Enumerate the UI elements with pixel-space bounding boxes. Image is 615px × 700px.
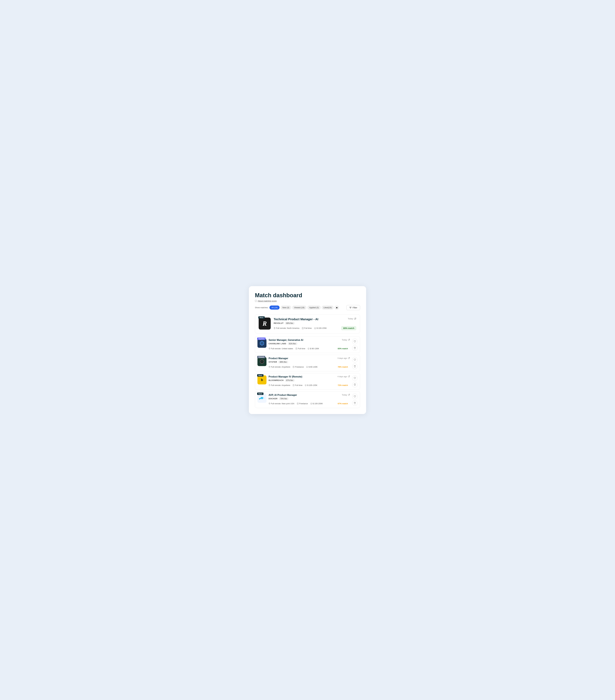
svg-text:$: $ — [315, 328, 315, 329]
loc-icon-2 — [268, 384, 270, 386]
featured-type: Full time — [302, 327, 312, 329]
job-date-1: 3 days ago — [337, 357, 350, 359]
job-title-0: Senior Manager, Generative AI — [268, 339, 303, 341]
like-button-1[interactable] — [352, 357, 357, 362]
heart-icon-0 — [354, 340, 356, 342]
job-badge-2: New! — [257, 374, 263, 377]
job-card-main-1: Viewed Product Manager 3 days ago — [258, 357, 350, 369]
about-matching-link[interactable]: i About matching score — [255, 300, 360, 302]
job-title-row-1: Product Manager 3 days ago — [268, 357, 350, 360]
open-icon-2 — [348, 375, 350, 377]
job-card-main-0: Applied Senior Manager, Generative AI To… — [258, 339, 350, 351]
job-card-0[interactable]: Applied Senior Manager, Generative AI To… — [255, 337, 360, 353]
trash-button-3[interactable] — [352, 400, 357, 406]
svg-point-46 — [269, 403, 269, 403]
flex-badge-1: 88% flex — [278, 361, 288, 363]
trash-button-1[interactable] — [352, 364, 357, 369]
job-logo-wrap-1: Viewed — [258, 357, 266, 366]
featured-salary: $ $ 100-155K — [314, 327, 327, 329]
like-button-0[interactable] — [352, 339, 357, 344]
new-badge: New! — [258, 316, 265, 319]
tab-new[interactable]: New (3) — [280, 305, 291, 310]
job-card-2[interactable]: New! b Product Manager IV (Remote) 4 day… — [255, 373, 360, 390]
featured-job-title-row: Technical Product Manager - AI Today — [274, 317, 356, 321]
job-card-3[interactable]: New! AVP, AI Product Manager Today — [255, 391, 360, 408]
trash-button-0[interactable] — [352, 345, 357, 351]
svg-rect-41 — [262, 398, 263, 399]
details-row-0: Full remote: United states Full time $ $… — [268, 347, 350, 351]
job-logo-wrap-2: New! b — [258, 375, 266, 384]
trash-icon-2 — [354, 384, 356, 386]
featured-location: Full remote: North America — [274, 327, 299, 329]
revolut-logo: R — [259, 317, 271, 329]
match-badge-2: 72% match — [336, 383, 350, 387]
location-2: Full remote: Anywhere — [268, 384, 290, 386]
type-2: Full time — [293, 384, 302, 386]
details-row-1: Full remote: Anywhere Freelance $ $ 80-1… — [268, 365, 350, 369]
job-title-row-0: Senior Manager, Generative AI Today — [268, 339, 350, 341]
svg-point-6 — [274, 328, 275, 328]
featured-company-row: REVOLUT 80% flex — [274, 322, 356, 325]
tab-all[interactable]: All (19) — [269, 305, 279, 310]
job-badge-1: Viewed — [257, 356, 265, 358]
tab-icon[interactable]: ■ — [335, 305, 339, 310]
job-logo-3 — [258, 394, 266, 403]
svg-rect-47 — [297, 403, 298, 404]
show-matches-label: Show matches: — [255, 307, 268, 309]
svg-rect-34 — [293, 384, 294, 386]
heart-icon-3 — [354, 395, 356, 398]
tab-liked[interactable]: Liked(19) — [322, 305, 334, 310]
salary-1: $ $ 80-140K — [306, 366, 317, 368]
featured-job-date: Today — [348, 317, 356, 320]
salary-2: $ $ 105-135K — [305, 384, 317, 386]
like-button-2[interactable] — [352, 375, 357, 381]
sal-icon-1: $ — [306, 366, 308, 368]
flex-badge-0: 91% flex — [288, 342, 298, 345]
loc-icon-1 — [268, 366, 270, 368]
svg-marker-13 — [261, 342, 263, 344]
job-card-main-2: New! b Product Manager IV (Remote) 4 day… — [258, 375, 350, 387]
job-title-1: Product Manager — [268, 357, 288, 360]
svg-text:$: $ — [307, 366, 308, 367]
location-icon — [274, 327, 276, 329]
like-button-3[interactable] — [352, 394, 357, 399]
featured-flex-badge: 80% flex — [285, 322, 295, 325]
svg-text:b: b — [261, 378, 263, 382]
job-title-row-3: AVP, AI Product Manager Today — [268, 394, 350, 397]
company-row-1: OYSTER 88% flex — [268, 361, 350, 363]
filter-button[interactable]: Filter — [347, 305, 360, 310]
job-card-info-2: Product Manager IV (Remote) 4 days ago B… — [268, 375, 350, 387]
open-icon-1 — [348, 357, 350, 359]
svg-point-33 — [269, 385, 269, 385]
loc-icon-0 — [268, 348, 270, 350]
tabs-container: All (19)New (3)Viewed (19)Applied (3)Lik… — [269, 305, 339, 310]
doc-icon-2 — [293, 384, 294, 386]
featured-job-info: Technical Product Manager - AI Today REV… — [274, 317, 356, 330]
tab-viewed[interactable]: Viewed (19) — [292, 305, 306, 310]
about-link-text: About matching score — [258, 300, 277, 302]
trash-icon-0 — [354, 347, 356, 349]
tab-applied[interactable]: Applied (3) — [308, 305, 321, 310]
svg-text:$: $ — [305, 385, 306, 386]
flex-badge-2: 87% flex — [285, 379, 295, 382]
type-0: Full time — [296, 348, 305, 350]
location-1: Full remote: Anywhere — [268, 366, 290, 368]
company-name-3: DOCKER — [268, 398, 277, 400]
salary-icon: $ — [314, 327, 316, 329]
doc-icon-0 — [296, 348, 297, 350]
svg-rect-40 — [261, 398, 262, 399]
job-logo-0 — [258, 339, 266, 348]
company-row-3: DOCKER 79% flex — [268, 397, 350, 400]
type-3: Freelance — [297, 402, 308, 405]
svg-rect-42 — [261, 397, 262, 398]
open-external-icon — [354, 317, 356, 320]
job-card-1[interactable]: Viewed Product Manager 3 days ago — [255, 355, 360, 371]
match-badge-0: 83% match — [336, 347, 350, 351]
featured-job-card[interactable]: New! R Technical Product Manager - AI To… — [255, 314, 360, 334]
company-name-1: OYSTER — [268, 361, 277, 363]
revolut-r-letter: R — [263, 320, 267, 327]
trash-button-2[interactable] — [352, 382, 357, 387]
job-card-info-0: Senior Manager, Generative AI Today CHAI… — [268, 339, 350, 351]
job-title-2: Product Manager IV (Remote) — [268, 375, 302, 378]
featured-match-badge: 89% match — [341, 326, 356, 330]
